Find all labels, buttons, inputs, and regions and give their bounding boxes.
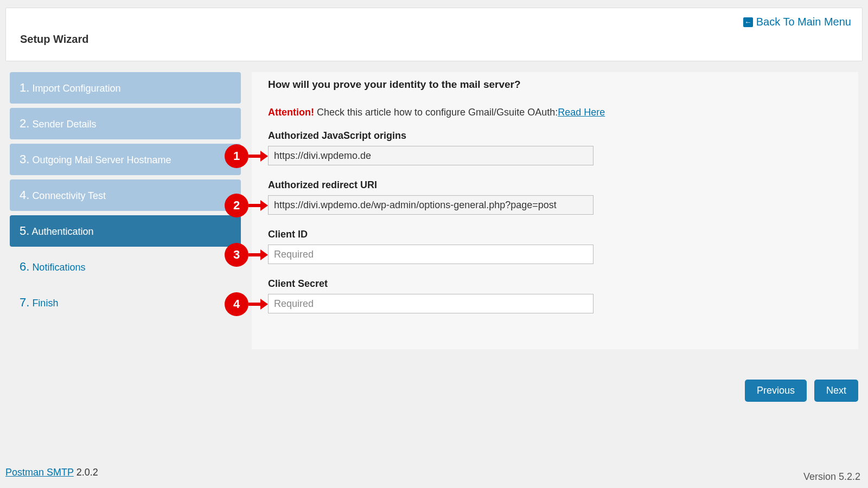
page-title: Setup Wizard — [20, 33, 848, 46]
field-label-redirect-uri: Authorized redirect URI — [268, 179, 842, 191]
previous-button[interactable]: Previous — [745, 380, 807, 402]
arrow-right-icon — [260, 249, 268, 260]
product-link[interactable]: Postman SMTP — [5, 467, 74, 478]
step-number: 4. — [20, 188, 29, 202]
content-heading: How will you prove your identity to the … — [268, 79, 842, 91]
attention-text: Check this article how to configure Gmai… — [314, 107, 558, 118]
back-to-main-link[interactable]: ← Back To Main Menu — [743, 16, 851, 28]
field-client-id-wrap: Client ID 3 — [268, 229, 842, 278]
marker-number: 2 — [233, 198, 240, 213]
step-number: 3. — [20, 152, 29, 166]
marker-number: 1 — [233, 149, 240, 163]
step-import-configuration[interactable]: 1. Import Configuration — [10, 72, 241, 104]
annotation-marker-4: 4 — [225, 292, 248, 316]
marker-arrow-line — [248, 155, 261, 158]
step-outgoing-hostname[interactable]: 3. Outgoing Mail Server Hostname — [10, 144, 241, 175]
step-label: Outgoing Mail Server Hostname — [32, 155, 171, 165]
footer-product: Postman SMTP 2.0.2 — [5, 467, 98, 478]
step-label: Sender Details — [32, 119, 96, 130]
step-sender-details[interactable]: 2. Sender Details — [10, 108, 241, 139]
client-id-input[interactable] — [268, 245, 593, 264]
step-label: Import Configuration — [32, 83, 120, 94]
step-label: Connectivity Test — [32, 190, 106, 201]
header-card: ← Back To Main Menu Setup Wizard — [5, 8, 863, 61]
next-button[interactable]: Next — [814, 380, 858, 402]
field-js-origins-wrap: Authorized JavaScript origins 1 — [268, 130, 842, 179]
redirect-uri-input[interactable] — [268, 195, 593, 215]
step-notifications[interactable]: 6. Notifications — [10, 251, 241, 282]
field-redirect-uri-wrap: Authorized redirect URI 2 — [268, 179, 842, 229]
arrow-right-icon — [260, 299, 268, 310]
arrow-right-icon — [260, 200, 268, 211]
back-link-label: Back To Main Menu — [756, 16, 851, 28]
arrow-right-icon — [260, 151, 268, 162]
annotation-marker-2: 2 — [225, 194, 248, 217]
step-label: Notifications — [32, 262, 85, 273]
arrow-left-icon: ← — [743, 17, 753, 27]
marker-arrow-line — [248, 204, 261, 207]
wizard-nav-buttons: Previous Next — [745, 380, 858, 402]
marker-arrow-line — [248, 303, 261, 306]
marker-number: 4 — [233, 297, 240, 311]
js-origins-input[interactable] — [268, 146, 593, 165]
annotation-marker-3: 3 — [225, 243, 248, 267]
step-connectivity-test[interactable]: 4. Connectivity Test — [10, 179, 241, 211]
step-number: 6. — [20, 260, 29, 273]
wizard-body: 1. Import Configuration 2. Sender Detail… — [0, 72, 868, 349]
step-number: 7. — [20, 296, 29, 309]
content-panel: How will you prove your identity to the … — [252, 72, 858, 349]
client-secret-input[interactable] — [268, 294, 593, 313]
step-number: 1. — [20, 81, 29, 94]
field-label-client-id: Client ID — [268, 229, 842, 240]
product-version: 2.0.2 — [74, 467, 98, 478]
marker-number: 3 — [233, 248, 240, 262]
steps-sidebar: 1. Import Configuration 2. Sender Detail… — [10, 72, 241, 349]
step-label: Authentication — [31, 226, 93, 237]
field-label-js-origins: Authorized JavaScript origins — [268, 130, 842, 142]
read-here-link[interactable]: Read Here — [558, 107, 605, 118]
step-authentication[interactable]: 5. Authentication — [10, 215, 241, 247]
field-client-secret-wrap: Client Secret 4 — [268, 278, 842, 328]
step-number: 5. — [20, 224, 29, 237]
marker-arrow-line — [248, 253, 261, 256]
attention-label: Attention! — [268, 107, 314, 118]
footer-version: Version 5.2.2 — [803, 471, 860, 483]
annotation-marker-1: 1 — [225, 144, 248, 168]
step-finish[interactable]: 7. Finish — [10, 287, 241, 318]
field-label-client-secret: Client Secret — [268, 278, 842, 290]
step-label: Finish — [32, 298, 58, 309]
step-number: 2. — [20, 117, 29, 130]
attention-notice: Attention! Check this article how to con… — [268, 107, 842, 118]
